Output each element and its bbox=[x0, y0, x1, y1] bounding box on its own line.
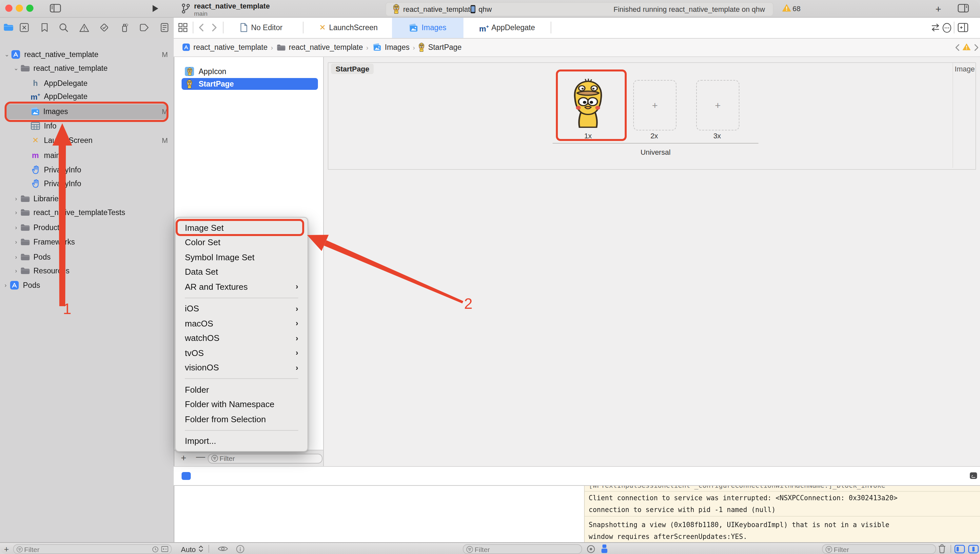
sidebar-item-frameworks[interactable]: › Frameworks bbox=[0, 235, 174, 249]
issue-warning-icon[interactable] bbox=[962, 43, 971, 51]
console-filter-field[interactable] bbox=[822, 544, 936, 554]
navigator-filter-input[interactable] bbox=[23, 544, 151, 554]
tab-images[interactable]: Images bbox=[392, 17, 463, 38]
asset-filter-input[interactable] bbox=[218, 454, 319, 463]
sidebar-item-resources[interactable]: › Resources bbox=[0, 264, 174, 278]
run-button[interactable] bbox=[152, 5, 159, 13]
sidebar-item-pods-group[interactable]: › Pods bbox=[0, 250, 174, 264]
tab-appdelegate[interactable]: m+ AppDelegate bbox=[463, 17, 551, 38]
tab-launchscreen[interactable]: ✕ LaunchScreen bbox=[304, 17, 392, 38]
test-navigator-icon[interactable] bbox=[100, 23, 109, 32]
menu-item-tvos[interactable]: tvOS› bbox=[176, 345, 307, 360]
asset-filter-field[interactable] bbox=[208, 454, 323, 463]
asset-title-chip[interactable]: StartPage bbox=[331, 64, 374, 74]
menu-item-symbol-image-set[interactable]: Symbol Image Set bbox=[176, 250, 307, 264]
quicklook-eye-icon[interactable] bbox=[218, 546, 228, 552]
menu-item-data-set[interactable]: Data Set bbox=[176, 264, 307, 279]
selected-device-chip[interactable] bbox=[181, 472, 191, 479]
disclosure-closed-icon[interactable]: › bbox=[13, 253, 20, 260]
editor-outline-header[interactable]: Image bbox=[955, 65, 975, 73]
source-control-navigator-icon[interactable] bbox=[20, 23, 29, 32]
debug-navigator-icon[interactable] bbox=[121, 23, 129, 32]
back-button[interactable] bbox=[199, 24, 204, 32]
sidebar-item-project[interactable]: ⌄ react_native_template M bbox=[0, 47, 174, 61]
variables-filter-input[interactable] bbox=[473, 544, 579, 554]
find-navigator-icon[interactable] bbox=[59, 23, 68, 32]
panel-divider[interactable] bbox=[323, 56, 324, 484]
menu-item-folder[interactable]: Folder bbox=[176, 382, 307, 397]
slot-3x-dropzone[interactable]: + bbox=[696, 80, 740, 131]
sidebar-item-main[interactable]: m main bbox=[0, 148, 174, 162]
swap-editor-icon[interactable] bbox=[930, 24, 941, 32]
disclosure-open-icon[interactable]: ⌄ bbox=[13, 65, 20, 72]
source-control-status-icon[interactable] bbox=[162, 546, 169, 553]
tab-no-editor[interactable]: No Editor bbox=[251, 24, 283, 32]
toggle-right-inspector-button[interactable] bbox=[958, 4, 969, 13]
add-tab-button[interactable]: + bbox=[935, 3, 941, 14]
disclosure-closed-icon[interactable]: › bbox=[13, 224, 20, 231]
add-filter-button[interactable]: + bbox=[4, 544, 9, 554]
console-scope-icon[interactable] bbox=[600, 544, 608, 553]
sidebar-item-launchscreen[interactable]: ✕ LaunchScreen M bbox=[0, 134, 174, 147]
forward-button[interactable] bbox=[212, 24, 217, 32]
console-mode-icon[interactable] bbox=[969, 472, 977, 479]
related-items-icon[interactable] bbox=[178, 23, 188, 32]
menu-item-macos[interactable]: macOS› bbox=[176, 316, 307, 331]
menu-item-image-set[interactable]: Image Set bbox=[176, 220, 307, 235]
asset-row-appicon[interactable]: AppIcon bbox=[181, 65, 318, 77]
sidebar-item-privacyinfo-1[interactable]: PrivacyInfo bbox=[0, 162, 174, 177]
slot-1x-image[interactable] bbox=[566, 78, 610, 129]
asset-row-startpage[interactable]: StartPage bbox=[181, 78, 318, 90]
sidebar-item-products[interactable]: › Products bbox=[0, 220, 174, 234]
show-console-pane-icon[interactable] bbox=[968, 544, 979, 553]
warning-count[interactable]: 68 bbox=[792, 4, 801, 12]
sidebar-item-appdelegate-mm[interactable]: m+ AppDelegate bbox=[0, 89, 174, 103]
menu-item-color-set[interactable]: Color Set bbox=[176, 235, 307, 250]
scope-updown-icon[interactable] bbox=[198, 545, 204, 553]
remove-asset-button[interactable]: — bbox=[196, 451, 205, 462]
sidebar-item-tests[interactable]: › react_native_templateTests bbox=[0, 205, 174, 219]
sidebar-item-pods-project[interactable]: › Pods bbox=[0, 278, 174, 292]
breadcrumb-asset[interactable]: StartPage bbox=[428, 43, 461, 51]
activity-view[interactable]: react_native_template › qhw Finished run… bbox=[385, 2, 773, 16]
disclosure-closed-icon[interactable]: › bbox=[13, 267, 20, 274]
variable-info-icon[interactable] bbox=[236, 544, 245, 553]
variables-filter-field[interactable] bbox=[463, 544, 582, 554]
next-issue-icon[interactable] bbox=[974, 44, 979, 51]
report-navigator-icon[interactable] bbox=[161, 23, 169, 32]
sidebar-item-images[interactable]: Images M bbox=[0, 105, 174, 118]
breadcrumb-catalog[interactable]: Images bbox=[385, 43, 409, 51]
slot-2x-dropzone[interactable]: + bbox=[633, 80, 676, 131]
disclosure-closed-icon[interactable]: › bbox=[13, 239, 20, 245]
sidebar-item-info[interactable]: Info bbox=[0, 119, 174, 132]
show-variables-pane-icon[interactable] bbox=[955, 544, 965, 553]
sidebar-item-libraries[interactable]: › Libraries bbox=[0, 191, 174, 205]
menu-item-folder-with-namespace[interactable]: Folder with Namespace bbox=[176, 397, 307, 412]
disclosure-closed-icon[interactable]: › bbox=[13, 195, 20, 202]
disclosure-closed-icon[interactable]: › bbox=[13, 209, 20, 216]
minimize-window-button[interactable] bbox=[16, 5, 23, 12]
project-navigator-icon[interactable] bbox=[3, 23, 14, 32]
breakpoint-navigator-icon[interactable] bbox=[140, 24, 149, 32]
editor-options-icon[interactable] bbox=[942, 22, 952, 32]
run-destination-name[interactable]: qhw bbox=[479, 5, 492, 13]
bookmark-navigator-icon[interactable] bbox=[41, 23, 48, 32]
disclosure-open-icon[interactable]: ⌄ bbox=[3, 51, 11, 57]
sidebar-item-group[interactable]: ⌄ react_native_template bbox=[0, 61, 174, 75]
breadcrumb-project[interactable]: react_native_template bbox=[193, 43, 267, 51]
zoom-window-button[interactable] bbox=[26, 5, 33, 12]
add-editor-icon[interactable] bbox=[958, 23, 968, 32]
warning-icon[interactable] bbox=[782, 4, 791, 12]
console-target-icon[interactable] bbox=[587, 544, 595, 553]
breadcrumb-group[interactable]: react_native_template bbox=[289, 43, 363, 51]
toggle-left-sidebar-button[interactable] bbox=[50, 4, 61, 13]
sidebar-item-privacyinfo-2[interactable]: PrivacyInfo bbox=[0, 177, 174, 191]
menu-item-visionos[interactable]: visionOS› bbox=[176, 360, 307, 375]
clear-console-trash-icon[interactable] bbox=[938, 544, 946, 553]
sidebar-item-appdelegate-h[interactable]: h AppDelegate bbox=[0, 76, 174, 90]
menu-item-watchos[interactable]: watchOS› bbox=[176, 331, 307, 345]
prev-issue-icon[interactable] bbox=[955, 44, 960, 51]
menu-item-ios[interactable]: iOS› bbox=[176, 301, 307, 316]
menu-item-folder-from-selection[interactable]: Folder from Selection bbox=[176, 412, 307, 427]
console-filter-input[interactable] bbox=[832, 544, 933, 554]
